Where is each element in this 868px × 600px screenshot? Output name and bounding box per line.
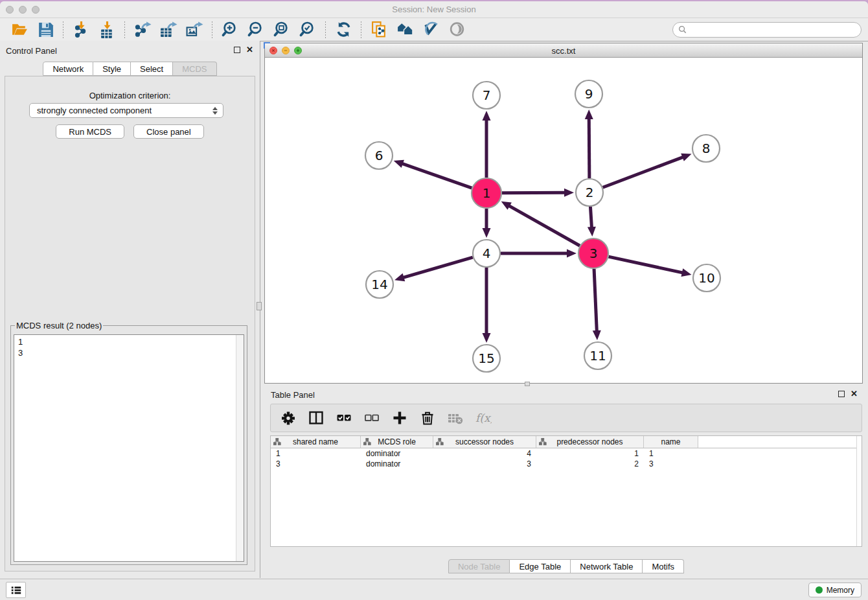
result-scrollbar[interactable] <box>236 335 244 561</box>
export-network-button[interactable] <box>130 20 155 40</box>
eye-button[interactable] <box>444 20 470 40</box>
trash-button[interactable] <box>418 408 437 428</box>
export-table-icon <box>160 21 177 38</box>
run-mcds-button[interactable]: Run MCDS <box>56 124 124 139</box>
table-cell[interactable]: dominator <box>361 459 433 469</box>
toolbar-separator <box>63 21 63 38</box>
unchecked-boxes-button[interactable] <box>362 408 382 428</box>
export-table-button[interactable] <box>155 20 181 40</box>
table-cell[interactable]: 2 <box>536 459 644 469</box>
table-cell[interactable]: 1 <box>536 448 644 459</box>
table-cell[interactable]: 3 <box>271 459 361 469</box>
table-cell[interactable]: 3 <box>433 459 536 469</box>
node-label: 8 <box>702 141 711 156</box>
node-label: 10 <box>698 270 714 286</box>
gear-button[interactable] <box>279 408 298 428</box>
vertical-splitter-handle[interactable] <box>257 302 262 310</box>
node-label: 14 <box>371 277 387 292</box>
close-panel-icon[interactable]: ✕ <box>246 47 253 53</box>
graph-edge-4-15[interactable] <box>483 268 491 343</box>
graph-edge-1-6[interactable] <box>394 160 472 188</box>
table-body: 1dominator4113dominator323 <box>271 448 862 469</box>
graph-node-2[interactable]: 2 <box>576 179 603 206</box>
graph-node-10[interactable]: 10 <box>693 264 720 292</box>
tab-node-table[interactable]: Node Table <box>448 559 510 573</box>
search-box[interactable] <box>672 22 862 38</box>
graph-edge-3-11[interactable] <box>593 269 601 340</box>
float-table-panel-icon[interactable] <box>838 391 845 397</box>
houses-button[interactable] <box>392 20 418 40</box>
graph-edge-2-3[interactable] <box>588 207 596 237</box>
table-toolbar: f(x) <box>270 404 862 432</box>
task-history-button[interactable] <box>6 582 26 598</box>
tab-select[interactable]: Select <box>131 62 173 76</box>
network-window-titlebar[interactable]: scc.txt <box>265 43 862 58</box>
table-cell[interactable]: 1 <box>644 448 698 459</box>
delete-table-button <box>446 408 465 428</box>
graph-node-15[interactable]: 15 <box>473 345 500 372</box>
table-row[interactable]: 1dominator411 <box>271 448 862 459</box>
float-panel-icon[interactable] <box>234 47 240 53</box>
import-table-button[interactable] <box>94 20 120 40</box>
plus-button[interactable] <box>390 408 409 428</box>
graph-node-1[interactable]: 1 <box>472 178 501 208</box>
zoom-fit-button[interactable] <box>269 20 295 40</box>
graph-edge-1-2[interactable] <box>502 189 574 197</box>
node-table: shared nameMCDS rolesuccessor nodesprede… <box>270 435 862 547</box>
graph-node-14[interactable]: 14 <box>366 271 393 298</box>
export-image-button[interactable] <box>181 20 207 40</box>
mcds-result-area[interactable]: 13 <box>14 334 244 562</box>
column-header-name[interactable]: name <box>644 436 698 448</box>
criterion-dropdown[interactable]: strongly connected component <box>29 103 223 118</box>
v-slash-button[interactable] <box>418 20 444 40</box>
copy-network-button[interactable] <box>366 20 392 40</box>
graph-edge-2-8[interactable] <box>603 154 692 188</box>
graph-edge-2-9[interactable] <box>585 110 593 178</box>
graph-edge-4-3[interactable] <box>501 249 577 258</box>
network-view-window: scc.txt 1234678910111415 <box>264 43 863 384</box>
table-cell[interactable]: dominator <box>361 448 433 459</box>
column-header-predecessor-nodes[interactable]: predecessor nodes <box>536 436 644 448</box>
graph-node-11[interactable]: 11 <box>584 342 611 369</box>
horizontal-splitter-handle[interactable] <box>525 382 530 386</box>
graph-node-7[interactable]: 7 <box>473 82 500 109</box>
tab-motifs[interactable]: Motifs <box>643 559 684 573</box>
network-canvas[interactable]: 1234678910111415 <box>265 58 862 383</box>
zoom-in-button[interactable] <box>217 20 243 40</box>
table-scrollbar[interactable] <box>856 436 862 546</box>
table-cell[interactable]: 1 <box>271 448 361 459</box>
graph-node-8[interactable]: 8 <box>692 135 720 162</box>
import-network-button[interactable] <box>68 20 94 40</box>
tab-edge-table[interactable]: Edge Table <box>510 559 571 573</box>
column-header-successor-nodes[interactable]: successor nodes <box>433 436 536 448</box>
column-header-shared-name[interactable]: shared name <box>271 436 361 448</box>
search-input[interactable] <box>690 25 856 34</box>
open-folder-button[interactable] <box>6 20 32 40</box>
tab-network[interactable]: Network <box>43 62 93 76</box>
graph-edge-1-7[interactable] <box>483 111 491 178</box>
memory-button[interactable]: Memory <box>808 583 862 597</box>
zoom-out-button[interactable] <box>243 20 269 40</box>
close-panel-button[interactable]: Close panel <box>133 124 204 139</box>
column-header-MCDS-role[interactable]: MCDS role <box>361 436 433 448</box>
graph-edge-3-1[interactable] <box>501 202 580 246</box>
graph-node-9[interactable]: 9 <box>575 80 602 108</box>
refresh-button[interactable] <box>330 20 356 40</box>
graph-edge-1-4[interactable] <box>483 209 491 238</box>
graph-node-6[interactable]: 6 <box>365 142 393 169</box>
graph-edge-3-10[interactable] <box>608 257 691 277</box>
checked-boxes-button[interactable] <box>334 408 354 428</box>
graph-node-4[interactable]: 4 <box>473 240 500 267</box>
tab-network-table[interactable]: Network Table <box>571 559 643 573</box>
tab-style[interactable]: Style <box>93 62 131 76</box>
zoom-selected-button[interactable] <box>295 20 321 40</box>
table-row[interactable]: 3dominator323 <box>271 459 862 469</box>
save-button[interactable] <box>32 20 58 40</box>
graph-edge-4-14[interactable] <box>394 257 473 281</box>
table-cell[interactable]: 3 <box>644 459 698 469</box>
table-cell[interactable]: 4 <box>433 448 536 459</box>
split-columns-button[interactable] <box>306 408 326 428</box>
close-table-panel-icon[interactable]: ✕ <box>851 391 858 397</box>
tab-mcds[interactable]: MCDS <box>173 62 216 76</box>
graph-node-3[interactable]: 3 <box>578 238 608 268</box>
